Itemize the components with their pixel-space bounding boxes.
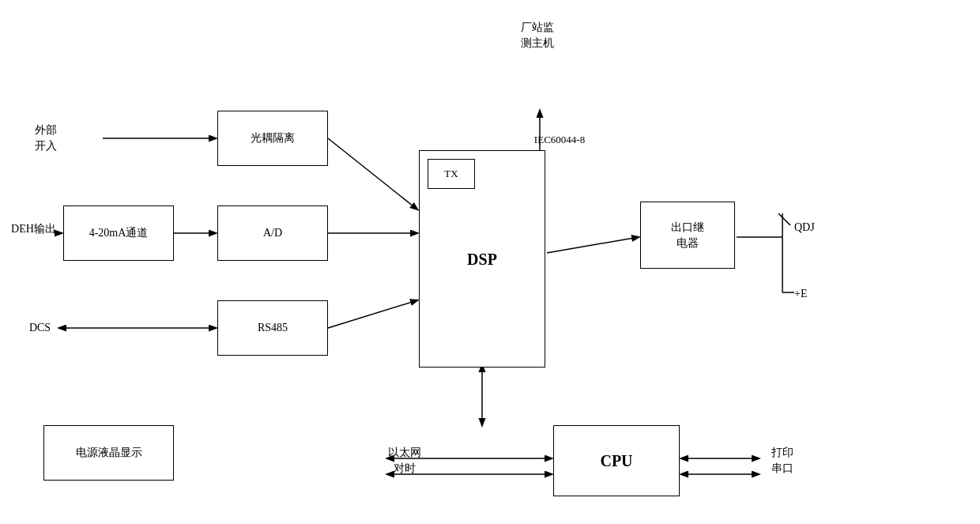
- box-adc: A/D: [217, 205, 328, 261]
- label-print: 打印串口: [759, 445, 806, 476]
- svg-line-1: [328, 138, 417, 209]
- box-dsp: DSP TX: [419, 150, 545, 368]
- label-station: 厂站监测主机: [502, 20, 573, 51]
- box-relay: 出口继电器: [640, 202, 735, 269]
- box-rs485: RS485: [217, 300, 328, 356]
- box-opto: 光耦隔离: [217, 111, 328, 166]
- box-tx: TX: [428, 159, 475, 189]
- box-channel: 4-20mA通道: [63, 205, 174, 261]
- label-ethernet: 以太网对时: [373, 445, 436, 476]
- diagram: 光耦隔离 A/D RS485 4-20mA通道 DSP TX 出口继电器 CPU…: [0, 0, 980, 524]
- label-iec: IEC60044-8: [512, 133, 607, 147]
- svg-line-5: [328, 300, 417, 328]
- label-qdj: QDJ: [794, 220, 815, 236]
- label-waibukaru: 外部开入: [22, 123, 70, 153]
- label-dcs: DCS: [22, 320, 58, 336]
- box-power: 电源液晶显示: [43, 425, 174, 481]
- box-cpu: CPU: [553, 425, 680, 496]
- svg-line-7: [547, 237, 639, 253]
- label-deh: DEH输出: [4, 221, 63, 237]
- svg-line-16: [778, 213, 790, 225]
- label-plus-e: +E: [794, 286, 807, 302]
